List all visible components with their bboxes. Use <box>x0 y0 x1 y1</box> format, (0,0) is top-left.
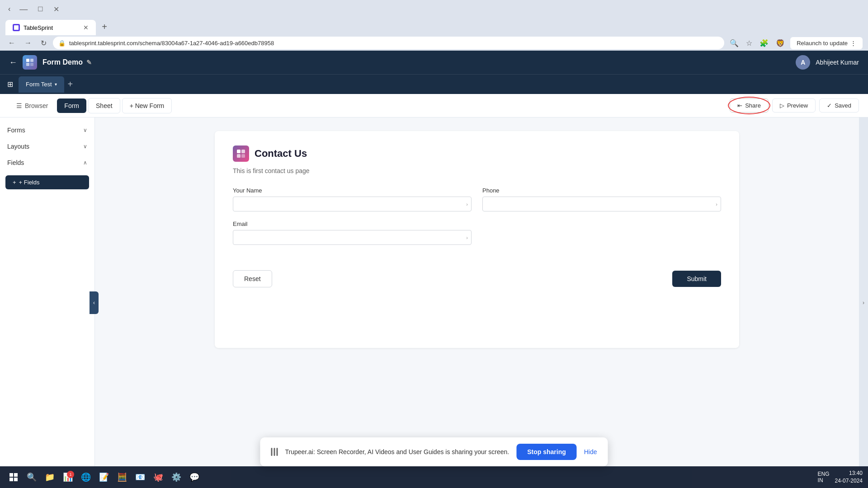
taskbar-system-tray: ENG IN 13:40 24-07-2024 <box>818 469 863 485</box>
taskbar-lang: ENG IN <box>818 471 830 483</box>
taskbar-settings-button[interactable]: ⚙️ <box>168 469 184 485</box>
svg-rect-8 <box>241 154 245 158</box>
taskbar-files-button[interactable]: 📁 <box>42 469 58 485</box>
your-name-field-arrow: › <box>466 202 468 207</box>
tab-bar: ⊞ Form Test ▾ + <box>0 74 868 94</box>
sidebar-fields-label: Fields <box>7 159 24 166</box>
grid-icon-button[interactable]: ⊞ <box>7 80 13 89</box>
email-label: Email <box>233 221 472 227</box>
sidebar-forms-section: Forms ∨ <box>0 123 94 137</box>
email-input[interactable] <box>233 230 472 245</box>
new-form-label: + New Form <box>130 102 165 109</box>
back-button[interactable]: ← <box>5 37 18 49</box>
window-minimize-button[interactable]: — <box>16 5 31 14</box>
add-fields-button[interactable]: + + Fields <box>5 175 89 189</box>
relaunch-button[interactable]: Relaunch to update ⋮ <box>790 37 863 49</box>
taskbar-start-button[interactable] <box>5 469 22 485</box>
browser-chrome: ‹ — ☐ ✕ TableSprint ✕ + ← → ↻ 🔒 tablespr… <box>0 0 868 51</box>
your-name-label: Your Name <box>233 187 472 194</box>
search-icon-button[interactable]: 🔍 <box>728 37 741 49</box>
sidebar-layouts-label: Layouts <box>7 143 29 150</box>
nav-back-button[interactable]: ‹ <box>5 3 13 15</box>
reset-button[interactable]: Reset <box>233 270 272 287</box>
new-form-button[interactable]: + New Form <box>122 98 172 113</box>
email-group: Email › <box>233 221 472 245</box>
extensions-icon-button[interactable]: 🧩 <box>758 37 770 49</box>
taskbar-search-button[interactable]: 🔍 <box>24 469 40 485</box>
relaunch-chevron: ⋮ <box>850 40 856 47</box>
workspace-tab-formtest[interactable]: Form Test ▾ <box>19 76 64 93</box>
app-title: Form Demo ✎ <box>42 58 92 66</box>
reset-label: Reset <box>244 275 261 282</box>
sidebar-toggle-button[interactable]: ‹ <box>90 291 99 314</box>
svg-rect-5 <box>237 150 241 153</box>
hide-label: Hide <box>584 448 597 455</box>
submit-button[interactable]: Submit <box>672 271 721 287</box>
form-footer: Reset Submit <box>233 263 721 287</box>
address-bar[interactable]: 🔒 tablesprint.tablesprint.com/schema/830… <box>53 37 724 49</box>
taskbar-chat-button[interactable]: 💬 <box>186 469 203 485</box>
window-close-button[interactable]: ✕ <box>50 5 63 14</box>
bookmark-icon-button[interactable]: ☆ <box>744 37 754 49</box>
taskbar-apps-button[interactable]: 📊 1 <box>60 469 76 485</box>
add-workspace-tab-button[interactable]: + <box>68 79 73 89</box>
svg-rect-6 <box>241 150 245 153</box>
svg-rect-1 <box>26 59 29 62</box>
share-button[interactable]: ⇤ Share <box>730 99 769 113</box>
tab-sheet[interactable]: Sheet <box>88 98 120 113</box>
taskbar-calc-button[interactable]: 🧮 <box>114 469 130 485</box>
share-button-wrapper: ⇤ Share <box>730 99 769 113</box>
sidebar-layouts-section: Layouts ∨ <box>0 139 94 154</box>
sidebar-forms-header[interactable]: Forms ∨ <box>5 123 89 137</box>
forward-button[interactable]: → <box>22 37 34 49</box>
svg-rect-3 <box>26 63 29 66</box>
screen-share-icon <box>271 448 278 456</box>
svg-rect-9 <box>9 473 13 477</box>
form-fields: Your Name › Phone <box>233 187 721 245</box>
form-row-1: Your Name › Phone <box>233 187 721 211</box>
toolbar-actions: 🔍 ☆ 🧩 🦁 Relaunch to update ⋮ <box>728 37 863 49</box>
workspace-tab-chevron: ▾ <box>55 82 57 87</box>
profile-icon-button[interactable]: 🦁 <box>774 37 787 49</box>
your-name-input[interactable] <box>233 197 472 211</box>
tab-form[interactable]: Form <box>57 99 86 113</box>
form-row-2: Email › <box>233 221 721 245</box>
preview-button[interactable]: ▷ Preview <box>772 99 816 113</box>
url-text: tablesprint.tablesprint.com/schema/83004… <box>69 40 274 47</box>
app-logo <box>23 55 37 70</box>
form-title: Contact Us <box>255 148 307 160</box>
taskbar-github-button[interactable]: 🐙 <box>150 469 166 485</box>
sidebar-layouts-chevron: ∨ <box>83 143 87 150</box>
stop-sharing-button[interactable]: Stop sharing <box>516 444 577 460</box>
screen-share-banner: Trupeer.ai: Screen Recorder, AI Videos a… <box>260 437 608 466</box>
tab-close-button[interactable]: ✕ <box>83 24 89 31</box>
window-maximize-button[interactable]: ☐ <box>34 5 47 13</box>
phone-group: Phone › <box>482 187 721 211</box>
svg-rect-12 <box>14 478 18 481</box>
sidebar-layouts-header[interactable]: Layouts ∨ <box>5 139 89 154</box>
banner-text: Trupeer.ai: Screen Recorder, AI Videos a… <box>285 448 509 455</box>
tab-browser[interactable]: ☰ Browser <box>9 99 55 113</box>
main-area: Forms ∨ Layouts ∨ Fields ∧ + + Fields <box>0 117 868 488</box>
browser-tab-active[interactable]: TableSprint ✕ <box>5 20 96 35</box>
taskbar-word-button[interactable]: 📝 <box>96 469 112 485</box>
sidebar-fields-header[interactable]: Fields ∧ <box>5 155 89 170</box>
reload-button[interactable]: ↻ <box>38 37 49 49</box>
app-back-button[interactable]: ← <box>9 58 17 67</box>
email-input-wrapper: › <box>233 230 472 245</box>
stop-sharing-label: Stop sharing <box>527 448 566 455</box>
form-card: Contact Us This is first contact us page… <box>215 131 739 348</box>
sidebar-forms-label: Forms <box>7 127 25 134</box>
phone-input[interactable] <box>482 197 721 211</box>
right-panel-toggle[interactable]: › <box>859 117 868 488</box>
add-fields-label: + Fields <box>19 179 40 186</box>
hide-banner-button[interactable]: Hide <box>584 448 597 455</box>
preview-icon: ▷ <box>780 102 784 109</box>
edit-icon[interactable]: ✎ <box>86 59 92 66</box>
app-container: ← Form Demo ✎ A Abhijeet Kumar ⊞ <box>0 51 868 488</box>
taskbar-browser-button[interactable]: 🌐 <box>78 469 94 485</box>
taskbar-mail-button[interactable]: 📧 <box>132 469 148 485</box>
saved-button[interactable]: ✓ Saved <box>819 99 859 113</box>
preview-label: Preview <box>787 102 808 109</box>
new-tab-button[interactable]: + <box>98 20 111 33</box>
